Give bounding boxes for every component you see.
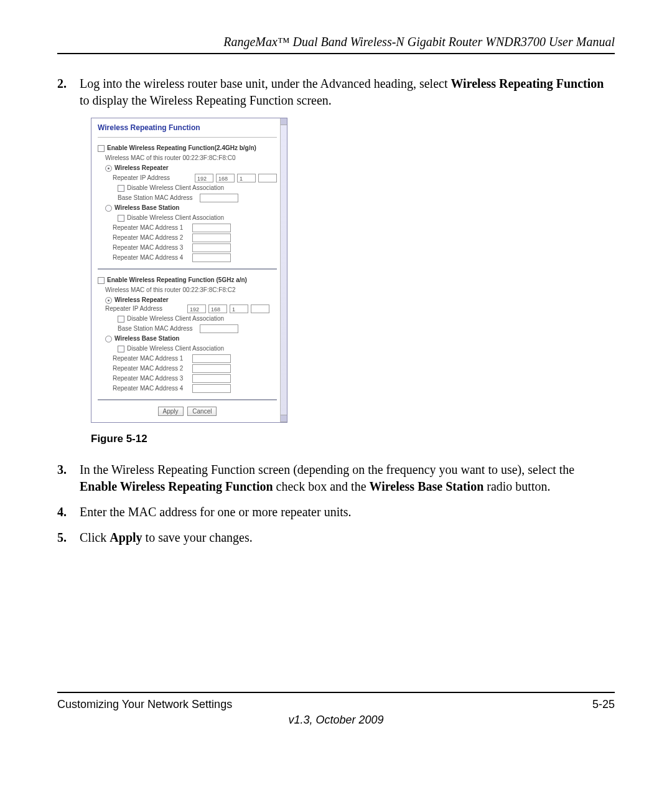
rmac3-2g-input[interactable] xyxy=(192,243,231,252)
rmac3-2g-row: Repeater MAC Address 3 xyxy=(113,243,277,252)
ip-2g-octet3[interactable]: 1 xyxy=(237,174,256,182)
rmac4-2g-row: Repeater MAC Address 4 xyxy=(113,253,277,262)
rmac4-5g-input[interactable] xyxy=(192,384,231,393)
scroll-up-icon[interactable] xyxy=(281,118,287,125)
base-mac-2g-input[interactable] xyxy=(200,194,238,202)
wireless-base-5g-label: Wireless Base Station xyxy=(114,334,179,343)
button-row: Apply Cancel xyxy=(98,407,277,416)
disable-assoc-2g-b-checkbox[interactable] xyxy=(118,215,124,222)
base-mac-5g-label: Base Station MAC Address xyxy=(118,324,200,333)
ip-5g-octet3[interactable]: 1 xyxy=(230,304,248,313)
ip-5g-octet2[interactable]: 168 xyxy=(208,304,227,313)
repeater-ip-5g-label: Repeater IP Address xyxy=(105,304,187,313)
disable-assoc-2g-a-checkbox[interactable] xyxy=(118,185,124,192)
top-rule xyxy=(57,53,615,54)
enable-2g-checkbox[interactable] xyxy=(98,145,105,152)
repeater-2g-row: Wireless Repeater xyxy=(105,164,277,172)
step-number: 5. xyxy=(57,529,80,546)
running-head: RangeMax™ Dual Band Wireless-N Gigabit R… xyxy=(57,35,615,53)
step-text: In the Wireless Repeating Function scree… xyxy=(80,461,615,495)
step-text: Enter the MAC address for one or more re… xyxy=(80,504,615,521)
step-number: 4. xyxy=(57,504,80,521)
disable-assoc-5g-a-checkbox[interactable] xyxy=(118,316,124,323)
enable-2g-row: Enable Wireless Repeating Function(2.4GH… xyxy=(98,144,277,153)
enable-5g-row: Enable Wireless Repeating Function (5GHz… xyxy=(98,276,277,285)
section-divider xyxy=(98,268,277,270)
wireless-repeater-2g-label: Wireless Repeater xyxy=(114,164,169,172)
step-5: 5. Click Apply to save your changes. xyxy=(57,529,615,546)
rmac4-5g-row: Repeater MAC Address 4 xyxy=(113,384,277,393)
repeater-ip-2g-label: Repeater IP Address xyxy=(113,174,195,182)
bottom-rule xyxy=(57,692,615,693)
wireless-base-2g-label: Wireless Base Station xyxy=(114,204,179,212)
step-text: Click Apply to save your changes. xyxy=(80,529,615,546)
figure-caption: Figure 5-12 xyxy=(91,433,615,445)
footer-right: 5-25 xyxy=(592,698,615,711)
ip-2g-octet4[interactable] xyxy=(258,174,277,182)
enable-5g-label: Enable Wireless Repeating Function (5GHz… xyxy=(107,276,247,285)
cancel-button[interactable]: Cancel xyxy=(187,407,217,416)
scroll-down-icon[interactable] xyxy=(281,415,287,422)
rmac4-2g-input[interactable] xyxy=(192,253,231,262)
disable-assoc-5g-b-row: Disable Wireless Client Association xyxy=(118,344,277,353)
rmac2-2g-row: Repeater MAC Address 2 xyxy=(113,234,277,242)
rmac1-5g-input[interactable] xyxy=(192,354,231,363)
base-mac-2g-label: Base Station MAC Address xyxy=(118,194,200,202)
disable-assoc-5g-b-label: Disable Wireless Client Association xyxy=(127,344,224,353)
disable-assoc-2g-b-row: Disable Wireless Client Association xyxy=(118,214,277,222)
disable-assoc-5g-a-row: Disable Wireless Client Association xyxy=(118,314,277,323)
rmac1-2g-input[interactable] xyxy=(192,224,231,232)
rmac3-5g-row: Repeater MAC Address 3 xyxy=(113,374,277,383)
rmac1-5g-row: Repeater MAC Address 1 xyxy=(113,354,277,363)
ip-2g-octet1[interactable]: 192 xyxy=(195,174,213,182)
section-divider-2 xyxy=(98,399,277,400)
wireless-repeater-5g-label: Wireless Repeater xyxy=(114,296,169,304)
wireless-repeater-2g-radio[interactable] xyxy=(105,165,112,172)
step-4: 4. Enter the MAC address for one or more… xyxy=(57,504,615,521)
instruction-list: 2. Log into the wireless router base uni… xyxy=(57,75,615,109)
step-text: Log into the wireless router base unit, … xyxy=(80,75,615,109)
footer: Customizing Your Network Settings 5-25 xyxy=(57,698,615,711)
base-2g-row: Wireless Base Station xyxy=(105,204,277,212)
step-2: 2. Log into the wireless router base uni… xyxy=(57,75,615,109)
footer-left: Customizing Your Network Settings xyxy=(57,698,232,711)
rmac1-2g-row: Repeater MAC Address 1 xyxy=(113,224,277,232)
disable-assoc-5g-b-checkbox[interactable] xyxy=(118,346,124,352)
router-mac-5g: Wireless MAC of this router 00:22:3F:8C:… xyxy=(105,286,277,295)
instruction-list-cont: 3. In the Wireless Repeating Function sc… xyxy=(57,461,615,546)
enable-5g-checkbox[interactable] xyxy=(98,277,105,284)
base-5g-row: Wireless Base Station xyxy=(105,334,277,343)
disable-assoc-2g-b-label: Disable Wireless Client Association xyxy=(127,214,224,222)
repeater-ip-5g-row: Repeater IP Address 192 168 1 xyxy=(105,304,277,313)
rmac2-2g-input[interactable] xyxy=(192,234,231,242)
repeater-5g-row: Wireless Repeater xyxy=(105,296,277,304)
disable-assoc-5g-a-label: Disable Wireless Client Association xyxy=(127,314,224,323)
disable-assoc-2g-a-row: Disable Wireless Client Association xyxy=(118,184,277,192)
rmac3-5g-input[interactable] xyxy=(192,374,231,383)
base-mac-5g-input[interactable] xyxy=(200,324,238,333)
router-ui-screenshot: Wireless Repeating Function Enable Wirel… xyxy=(91,118,287,423)
apply-button[interactable]: Apply xyxy=(158,407,184,416)
ip-5g-octet4[interactable] xyxy=(251,304,269,313)
wireless-base-5g-radio[interactable] xyxy=(105,336,112,342)
step-3: 3. In the Wireless Repeating Function sc… xyxy=(57,461,615,495)
enable-2g-label: Enable Wireless Repeating Function(2.4GH… xyxy=(107,144,256,153)
wireless-repeater-5g-radio[interactable] xyxy=(105,297,112,304)
wireless-base-2g-radio[interactable] xyxy=(105,205,112,212)
spacer xyxy=(57,555,615,667)
panel-title: Wireless Repeating Function xyxy=(98,123,277,132)
base-mac-2g-row: Base Station MAC Address xyxy=(118,194,277,202)
router-mac-2g: Wireless MAC of this router 00:22:3F:8C:… xyxy=(105,154,277,163)
ip-2g-octet2[interactable]: 168 xyxy=(216,174,235,182)
step-number: 3. xyxy=(57,461,80,495)
rmac2-5g-input[interactable] xyxy=(192,364,231,373)
scrollbar[interactable] xyxy=(280,118,287,422)
manual-page: RangeMax™ Dual Band Wireless-N Gigabit R… xyxy=(0,0,672,752)
repeater-ip-2g-row: Repeater IP Address 192 168 1 xyxy=(113,174,277,182)
rmac2-5g-row: Repeater MAC Address 2 xyxy=(113,364,277,373)
ip-5g-octet1[interactable]: 192 xyxy=(187,304,206,313)
base-mac-5g-row: Base Station MAC Address xyxy=(118,324,277,333)
footer-version: v1.3, October 2009 xyxy=(57,714,615,727)
step-number: 2. xyxy=(57,75,80,109)
disable-assoc-2g-a-label: Disable Wireless Client Association xyxy=(127,184,224,192)
